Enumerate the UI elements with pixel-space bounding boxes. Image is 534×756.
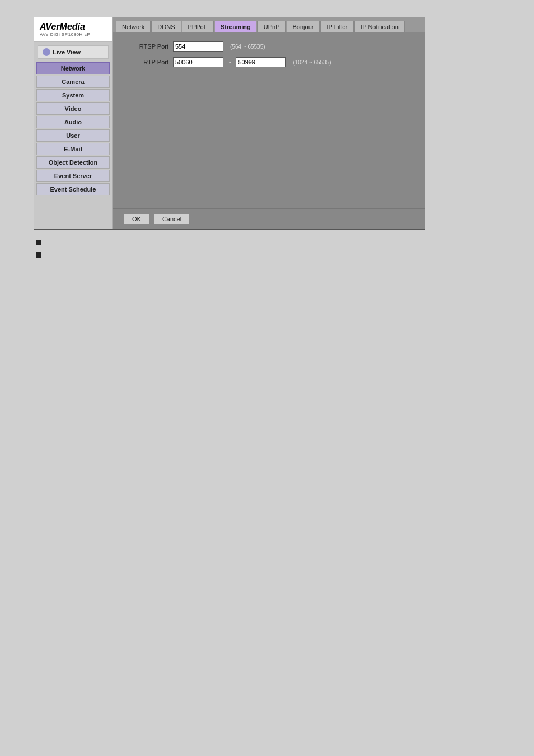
- sidebar-item-audio[interactable]: Audio: [36, 116, 110, 128]
- tab-ip-filter[interactable]: IP Filter: [320, 21, 354, 32]
- rtp-port-end-input[interactable]: [236, 57, 286, 67]
- brand-logo: AVerMedia: [40, 22, 106, 32]
- cancel-button[interactable]: Cancel: [154, 213, 190, 225]
- bullet-item-2: [36, 251, 498, 258]
- tab-streaming[interactable]: Streaming: [214, 21, 257, 32]
- rtp-port-label: RTP Port: [124, 59, 168, 66]
- sidebar: AVerMedia AVerDiGi SP1080H-cP Live View …: [34, 17, 113, 229]
- sidebar-item-event-server-label: Event Server: [54, 172, 92, 179]
- sidebar-item-object-detection[interactable]: Object Detection: [36, 156, 110, 169]
- ok-button[interactable]: OK: [124, 213, 149, 225]
- brand-subtitle: AVerDiGi SP1080H-cP: [40, 32, 106, 37]
- sidebar-item-user[interactable]: User: [36, 129, 110, 142]
- tab-ip-notification[interactable]: IP Notification: [354, 21, 405, 32]
- sidebar-item-video-label: Video: [65, 105, 82, 112]
- tab-pppoe[interactable]: PPPoE: [182, 21, 214, 32]
- live-icon: [43, 48, 50, 56]
- brand-text: AVerMedia: [40, 22, 85, 31]
- rtp-port-start-input[interactable]: [173, 57, 223, 67]
- info-section: [34, 239, 500, 258]
- button-row: OK Cancel: [113, 208, 425, 229]
- sidebar-item-email[interactable]: E-Mail: [36, 143, 110, 155]
- rtsp-port-row: RTSP Port (564 ~ 65535): [124, 41, 414, 52]
- tab-network[interactable]: Network: [116, 21, 151, 32]
- sidebar-nav: Network Camera System Video Audio User: [34, 61, 112, 197]
- sidebar-item-event-schedule-label: Event Schedule: [50, 186, 96, 193]
- sidebar-item-video[interactable]: Video: [36, 102, 110, 115]
- live-view-button[interactable]: Live View: [38, 45, 109, 59]
- sidebar-item-user-label: User: [66, 132, 79, 139]
- rtp-port-separator: ~: [228, 59, 231, 66]
- rtsp-port-hint: (564 ~ 65535): [230, 44, 265, 50]
- sidebar-item-object-detection-label: Object Detection: [49, 159, 97, 166]
- tab-ddns[interactable]: DDNS: [151, 21, 181, 32]
- tab-bonjour[interactable]: Bonjour: [287, 21, 320, 32]
- rtp-port-row: RTP Port ~ (1024 ~ 65535): [124, 57, 414, 67]
- sidebar-item-system[interactable]: System: [36, 89, 110, 101]
- sidebar-item-audio-label: Audio: [64, 119, 82, 125]
- logo-area: AVerMedia AVerDiGi SP1080H-cP: [34, 17, 112, 42]
- bullet-square-1: [36, 240, 41, 245]
- bullet-item-1: [36, 239, 498, 245]
- sidebar-item-email-label: E-Mail: [64, 146, 82, 152]
- rtsp-port-label: RTSP Port: [124, 43, 168, 50]
- tab-bar: Network DDNS PPPoE Streaming UPnP Bonjou…: [113, 17, 425, 32]
- bullet-square-2: [36, 252, 41, 258]
- content-panel: RTSP Port (564 ~ 65535) RTP Port ~ (1024…: [113, 32, 425, 208]
- main-wrapper: AVerMedia AVerDiGi SP1080H-cP Live View …: [0, 0, 534, 280]
- sidebar-item-network-label: Network: [61, 65, 85, 72]
- rtsp-port-input[interactable]: [173, 41, 223, 52]
- sidebar-item-system-label: System: [62, 92, 84, 99]
- sidebar-item-camera-label: Camera: [62, 78, 84, 85]
- sidebar-item-event-server[interactable]: Event Server: [36, 170, 110, 182]
- sidebar-item-camera[interactable]: Camera: [36, 76, 110, 88]
- live-view-label: Live View: [53, 49, 81, 55]
- app-window: AVerMedia AVerDiGi SP1080H-cP Live View …: [34, 17, 425, 230]
- sidebar-item-event-schedule[interactable]: Event Schedule: [36, 183, 110, 195]
- main-content: Network DDNS PPPoE Streaming UPnP Bonjou…: [113, 17, 425, 229]
- tab-upnp[interactable]: UPnP: [257, 21, 286, 32]
- sidebar-item-network[interactable]: Network: [36, 62, 110, 74]
- rtp-port-hint: (1024 ~ 65535): [293, 59, 331, 66]
